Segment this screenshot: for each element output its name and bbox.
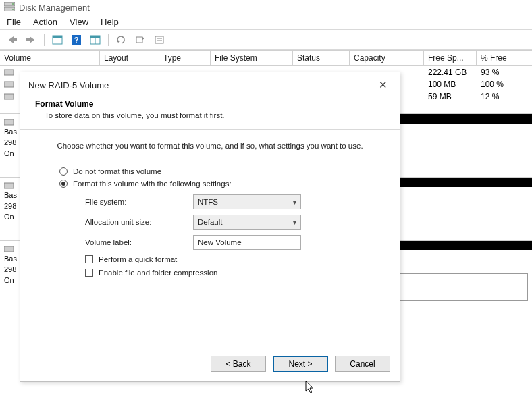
app-icon <box>4 2 15 14</box>
svg-rect-14 <box>155 36 163 43</box>
svg-rect-19 <box>4 94 14 99</box>
wizard-subheading: To store data on this volume, you must f… <box>35 111 385 119</box>
cell-pct: 12 % <box>477 90 527 103</box>
menu-view[interactable]: View <box>70 17 88 27</box>
back-button[interactable]: < Back <box>211 356 266 372</box>
close-button[interactable]: ✕ <box>375 78 392 92</box>
svg-point-3 <box>12 9 14 10</box>
radio-icon <box>59 180 68 188</box>
col-type[interactable]: Type <box>159 51 211 65</box>
radio-label: Do not format this volume <box>73 167 161 176</box>
cell-free: 59 MB <box>424 90 477 103</box>
wizard-intro: Choose whether you want to format this v… <box>47 142 373 150</box>
col-pct-free[interactable]: % Free <box>477 51 527 65</box>
wizard-heading: Format Volume <box>35 99 385 109</box>
settings-button[interactable] <box>151 32 167 47</box>
help-button[interactable]: ? <box>68 32 84 47</box>
menu-file[interactable]: File <box>7 17 21 27</box>
back-button[interactable] <box>4 32 20 47</box>
checkbox-label: Enable file and folder compression <box>99 269 217 277</box>
col-status[interactable]: Status <box>293 51 350 65</box>
cursor-icon <box>305 381 316 396</box>
svg-rect-17 <box>4 70 14 75</box>
checkbox-label: Perform a quick format <box>99 255 177 263</box>
dialog-title: New RAID-5 Volume <box>28 80 109 90</box>
svg-rect-7 <box>53 36 62 38</box>
cell-pct: 93 % <box>477 66 527 78</box>
window-title: Disk Management <box>19 3 90 13</box>
col-capacity[interactable]: Capacity <box>350 51 424 65</box>
titlebar: Disk Management <box>0 0 532 15</box>
next-button[interactable]: Next > <box>273 356 328 372</box>
separator <box>108 34 109 46</box>
chevron-down-icon: ▾ <box>293 198 296 206</box>
label-file-system: File system: <box>85 198 186 206</box>
svg-rect-22 <box>4 246 14 252</box>
svg-rect-20 <box>4 119 14 125</box>
allocation-size-select[interactable]: Default ▾ <box>193 215 301 230</box>
cell-pct: 100 % <box>477 78 527 90</box>
radio-label: Format this volume with the following se… <box>73 180 232 188</box>
checkbox-icon <box>85 269 93 277</box>
chevron-down-icon: ▾ <box>293 219 296 226</box>
svg-rect-13 <box>136 37 142 43</box>
select-value: Default <box>198 218 222 226</box>
checkbox-icon <box>85 255 93 263</box>
svg-rect-21 <box>4 183 14 188</box>
label-volume-label: Volume label: <box>85 238 186 246</box>
cell-free: 100 MB <box>424 78 477 90</box>
radio-format-with-settings[interactable]: Format this volume with the following se… <box>59 180 373 188</box>
new-raid5-wizard-dialog: New RAID-5 Volume ✕ Format Volume To sto… <box>20 72 400 382</box>
menu-help[interactable]: Help <box>101 17 119 27</box>
forward-button[interactable] <box>23 32 39 47</box>
col-volume[interactable]: Volume <box>0 51 100 65</box>
col-free-space[interactable]: Free Sp... <box>424 51 477 65</box>
cell-free: 222.41 GB <box>424 66 477 78</box>
checkbox-enable-compression[interactable]: Enable file and folder compression <box>85 269 373 277</box>
svg-point-2 <box>12 3 14 5</box>
input-value: New Volume <box>198 238 242 246</box>
separator <box>44 34 45 46</box>
col-layout[interactable]: Layout <box>100 51 159 65</box>
label-allocation-size: Allocation unit size: <box>85 218 186 226</box>
radio-icon <box>59 167 68 176</box>
show-hide-action-pane-button[interactable] <box>87 32 103 47</box>
col-filesystem[interactable]: File System <box>211 51 293 65</box>
svg-rect-11 <box>90 36 100 38</box>
checkbox-quick-format[interactable]: Perform a quick format <box>85 255 373 263</box>
menubar: File Action View Help <box>0 15 532 30</box>
rescan-disks-button[interactable] <box>132 32 149 47</box>
svg-rect-4 <box>13 38 17 41</box>
toolbar: ? <box>0 30 532 50</box>
volumes-table-header: Volume Layout Type File System Status Ca… <box>0 50 532 66</box>
select-value: NTFS <box>198 198 218 206</box>
refresh-button[interactable] <box>113 32 130 47</box>
volume-label-input[interactable]: New Volume <box>193 235 301 250</box>
cancel-button[interactable]: Cancel <box>335 356 390 372</box>
show-hide-console-tree-button[interactable] <box>49 32 65 47</box>
svg-rect-18 <box>4 82 14 87</box>
menu-action[interactable]: Action <box>33 17 57 27</box>
file-system-select[interactable]: NTFS ▾ <box>193 194 301 209</box>
radio-do-not-format[interactable]: Do not format this volume <box>59 167 373 176</box>
svg-rect-5 <box>26 38 30 41</box>
svg-text:?: ? <box>74 36 79 44</box>
